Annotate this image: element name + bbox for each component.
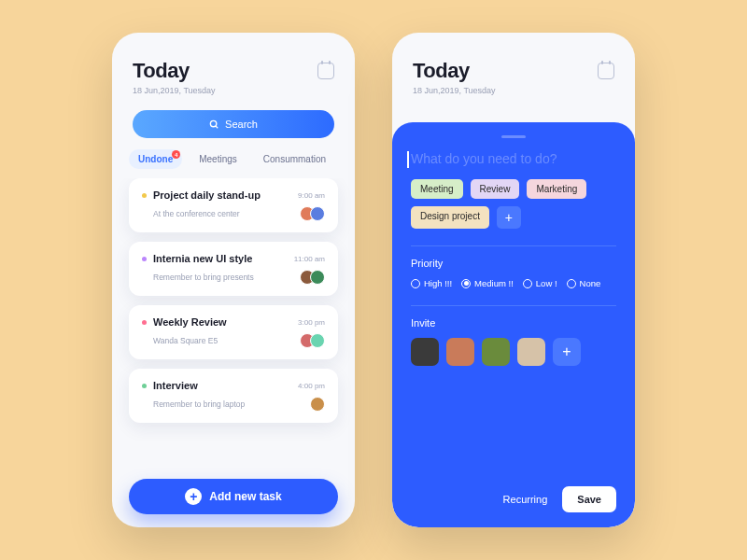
save-button[interactable]: Save — [562, 486, 616, 512]
page-title: Today — [413, 59, 496, 83]
header: Today 18 Jun,2019, Tuesday — [112, 33, 355, 105]
tabs: Undone 4 Meetings Consummation — [112, 149, 355, 178]
task-card[interactable]: Weekly Review3:00 pmWanda Square E5 — [129, 305, 338, 359]
svg-line-1 — [216, 125, 218, 127]
task-title: Weekly Review — [153, 316, 227, 328]
tag-chip[interactable]: Marketing — [527, 179, 586, 199]
invite-row: + — [411, 338, 616, 366]
avatar — [310, 333, 325, 348]
task-input[interactable]: What do you need to do? — [411, 151, 616, 166]
task-list: Project daily stand-up9:00 amAt the conf… — [112, 178, 355, 527]
task-avatars — [300, 333, 325, 348]
calendar-icon[interactable] — [598, 63, 614, 79]
task-title: Internia new UI style — [153, 253, 252, 264]
page-date: 18 Jun,2019, Tuesday — [133, 86, 216, 95]
invitee-avatar[interactable] — [517, 338, 545, 366]
divider — [411, 245, 616, 246]
task-time: 4:00 pm — [298, 382, 325, 390]
invite-title: Invite — [411, 317, 616, 329]
drag-handle[interactable] — [501, 135, 526, 138]
avatar — [310, 270, 325, 285]
tab-undone[interactable]: Undone 4 — [129, 149, 182, 169]
task-avatars — [310, 397, 325, 412]
task-time: 11:00 am — [294, 255, 325, 263]
tag-chip[interactable]: Meeting — [411, 179, 463, 199]
task-title: Interview — [153, 380, 198, 391]
task-avatars — [300, 206, 325, 221]
undone-badge: 4 — [172, 150, 180, 159]
text-cursor — [407, 151, 409, 168]
new-task-sheet: What do you need to do? MeetingReviewMar… — [392, 122, 635, 527]
calendar-icon[interactable] — [317, 63, 334, 79]
recurring-button[interactable]: Recurring — [503, 494, 548, 505]
plus-icon: + — [185, 488, 202, 505]
add-tag-button[interactable]: + — [497, 206, 521, 229]
avatar — [310, 206, 325, 221]
tab-undone-label: Undone — [138, 154, 173, 164]
sheet-actions: Recurring Save — [411, 486, 616, 512]
tag-row: MeetingReviewMarketingDesign project+ — [411, 179, 616, 229]
task-time: 9:00 am — [298, 191, 325, 200]
task-card[interactable]: Interview4:00 pmRemember to bring laptop — [129, 369, 338, 423]
priority-high[interactable]: High !!! — [411, 278, 452, 288]
tab-consummation[interactable]: Consummation — [254, 149, 335, 169]
screen-tasks: Today 18 Jun,2019, Tuesday Search Undone… — [112, 33, 355, 527]
avatar — [310, 397, 325, 412]
priority-low[interactable]: Low ! — [523, 278, 557, 288]
page-date: 18 Jun,2019, Tuesday — [413, 86, 496, 95]
header: Today 18 Jun,2019, Tuesday — [392, 33, 635, 105]
task-subtitle: At the conference center — [142, 209, 240, 218]
add-task-button[interactable]: + Add new task — [129, 479, 338, 514]
priority-none[interactable]: None — [567, 278, 601, 288]
tag-chip[interactable]: Review — [471, 179, 520, 199]
task-subtitle: Wanda Square E5 — [142, 336, 218, 345]
search-icon — [209, 119, 219, 130]
task-card[interactable]: Internia new UI style11:00 amRemember to… — [129, 242, 338, 296]
tag-chip[interactable]: Design project — [411, 206, 489, 229]
add-task-label: Add new task — [209, 490, 281, 503]
search-button[interactable]: Search — [133, 110, 334, 138]
task-time: 3:00 pm — [298, 318, 325, 327]
task-title: Project daily stand-up — [153, 189, 261, 201]
invitee-avatar[interactable] — [411, 338, 439, 366]
task-subtitle: Remember to bring laptop — [142, 399, 245, 409]
screen-new-task: Today 18 Jun,2019, Tuesday What do you n… — [392, 33, 635, 527]
page-title: Today — [133, 59, 216, 83]
priority-medium[interactable]: Medium !! — [461, 278, 514, 288]
task-card[interactable]: Project daily stand-up9:00 amAt the conf… — [129, 178, 338, 232]
invitee-avatar[interactable] — [482, 338, 510, 366]
priority-options: High !!! Medium !! Low ! None — [411, 278, 616, 288]
search-label: Search — [225, 119, 258, 130]
tab-meetings[interactable]: Meetings — [190, 149, 247, 169]
priority-title: Priority — [411, 258, 616, 269]
invitee-avatar[interactable] — [446, 338, 474, 366]
task-subtitle: Remember to bring presents — [142, 273, 254, 282]
svg-point-0 — [210, 120, 216, 126]
add-invitee-button[interactable]: + — [553, 338, 581, 366]
task-input-placeholder: What do you need to do? — [411, 151, 557, 166]
divider — [411, 305, 616, 306]
task-avatars — [300, 270, 325, 285]
